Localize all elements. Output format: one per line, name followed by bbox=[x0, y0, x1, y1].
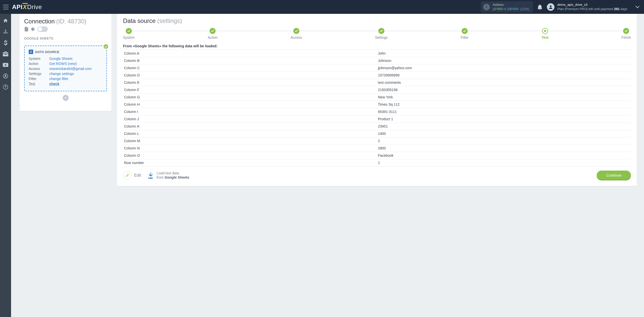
ds-row-key: Test bbox=[29, 82, 47, 86]
cell-key: Column J bbox=[123, 115, 377, 123]
step-system[interactable]: System bbox=[123, 28, 135, 39]
cell-key: Column D bbox=[123, 72, 377, 79]
svg-point-4 bbox=[7, 32, 8, 33]
cell-key: Column A bbox=[123, 50, 377, 57]
step-label: Test bbox=[542, 35, 549, 39]
cell-value: Johnson bbox=[377, 57, 631, 64]
step-test[interactable]: Test bbox=[542, 28, 549, 39]
cell-key: Column L bbox=[123, 130, 377, 137]
logo[interactable]: API X Drive bbox=[12, 4, 42, 11]
card-number: 1 bbox=[29, 50, 33, 54]
cell-key: Column K bbox=[123, 123, 377, 130]
connection-source-label: GOOGLE SHEETS bbox=[24, 36, 107, 42]
pencil-icon bbox=[123, 171, 132, 180]
table-row: Row number1 bbox=[123, 159, 631, 167]
svg-point-0 bbox=[550, 5, 551, 7]
step-access[interactable]: Access bbox=[291, 28, 302, 39]
rail-toolbox[interactable] bbox=[0, 49, 11, 59]
menu-toggle[interactable] bbox=[3, 5, 9, 9]
table-row: Column GNew York bbox=[123, 94, 631, 101]
rail-connections[interactable] bbox=[0, 26, 11, 37]
table-row: Column L1400 bbox=[123, 130, 631, 137]
ds-row-link[interactable]: Google Sheets bbox=[49, 57, 73, 61]
ds-row: Settingschange settings bbox=[29, 72, 102, 76]
add-step-button[interactable]: + bbox=[63, 95, 69, 101]
check-icon bbox=[103, 44, 109, 49]
rail-account[interactable] bbox=[0, 71, 11, 81]
cell-value: Times Sq 112 bbox=[377, 101, 631, 108]
table-row: Column JProduct 1 bbox=[123, 115, 631, 123]
cell-value: test comments bbox=[377, 79, 631, 86]
ds-row: ActionGet ROWS (new) bbox=[29, 62, 102, 66]
ds-row: Testcheck bbox=[29, 82, 102, 86]
user-name: demo_apix_drive_s3 bbox=[557, 3, 627, 7]
edit-button[interactable]: Edit bbox=[123, 171, 141, 180]
step-action[interactable]: Action bbox=[208, 28, 218, 39]
step-label: Access bbox=[291, 35, 302, 39]
svg-rect-12 bbox=[25, 30, 27, 31]
chevron-down-icon[interactable] bbox=[635, 6, 639, 8]
table-row: Column BJohnson bbox=[123, 57, 631, 64]
ds-row: Filterchange filter bbox=[29, 77, 102, 81]
connection-title: Connection (ID: 48730) bbox=[24, 18, 107, 32]
user-menu[interactable]: demo_apix_drive_s3 Plan |Premium PRO| le… bbox=[547, 3, 627, 11]
card-title: DATA SOURCE bbox=[35, 50, 59, 54]
ds-row-link[interactable]: change filter bbox=[49, 77, 68, 81]
data-source-card[interactable]: 1 DATA SOURCE SystemGoogle SheetsActionG… bbox=[24, 46, 107, 91]
page-title: Data source (settings) bbox=[123, 17, 631, 24]
ds-row-link[interactable]: change settings bbox=[49, 72, 74, 76]
table-row: Column K23451 bbox=[123, 123, 631, 130]
actions-text: Actions: 22'059 of 100'000 (22%) bbox=[493, 3, 529, 11]
svg-point-7 bbox=[5, 75, 6, 76]
table-row: Column Cjjohnson@yahoo.com bbox=[123, 64, 631, 72]
nav-rail bbox=[0, 14, 11, 317]
cell-value: 2 bbox=[377, 137, 631, 145]
rail-home[interactable] bbox=[0, 15, 11, 26]
ds-row-key: Action bbox=[29, 62, 47, 66]
svg-point-3 bbox=[5, 32, 6, 33]
user-plan: Plan |Premium PRO| left until payment 26… bbox=[557, 7, 627, 11]
step-finish[interactable]: Finish bbox=[622, 28, 631, 39]
cell-key: Column E bbox=[123, 79, 377, 86]
ds-row-key: Settings bbox=[29, 72, 47, 76]
cell-key: Column G bbox=[123, 94, 377, 101]
step-settings[interactable]: Settings bbox=[375, 28, 388, 39]
load-test-button[interactable]: Load test data from Google Sheets bbox=[147, 171, 189, 180]
ds-row-key: Filter bbox=[29, 77, 47, 81]
cell-key: Column C bbox=[123, 64, 377, 72]
note-icon[interactable] bbox=[25, 27, 29, 31]
ds-row-link[interactable]: Get ROWS (new) bbox=[49, 62, 77, 66]
table-row: Column Etest comments bbox=[123, 79, 631, 86]
table-row: Column I65391-3111 bbox=[123, 108, 631, 115]
enable-toggle[interactable] bbox=[37, 26, 48, 32]
gear-icon[interactable] bbox=[30, 27, 35, 31]
step-filter[interactable]: Filter bbox=[461, 28, 468, 39]
table-row: Column D15739999999 bbox=[123, 72, 631, 79]
connection-id: (ID: 48730) bbox=[56, 18, 86, 25]
table-row: Column F2150355158 bbox=[123, 86, 631, 94]
info-icon: i bbox=[483, 4, 490, 10]
cell-value: 65391-3111 bbox=[377, 108, 631, 115]
logo-accent: X bbox=[23, 4, 27, 11]
ds-row-link[interactable]: maverickandrii@gmail.com bbox=[49, 67, 92, 71]
cell-key: Column I bbox=[123, 108, 377, 115]
logo-text-api: API bbox=[12, 4, 23, 11]
actions-label: Actions: bbox=[493, 3, 529, 7]
data-table: Column AJohnColumn BJohnsonColumn Cjjohn… bbox=[123, 50, 631, 167]
table-row: Column HTimes Sq 112 bbox=[123, 101, 631, 108]
svg-point-9 bbox=[5, 88, 6, 89]
svg-point-15 bbox=[149, 178, 149, 178]
rail-video[interactable] bbox=[0, 60, 11, 70]
download-icon bbox=[147, 172, 154, 179]
rail-billing[interactable] bbox=[0, 37, 11, 48]
ds-row-link[interactable]: check bbox=[49, 82, 59, 86]
svg-point-1 bbox=[5, 30, 6, 31]
step-label: Action bbox=[208, 35, 218, 39]
step-label: Finish bbox=[622, 35, 631, 39]
actions-counter[interactable]: i Actions: 22'059 of 100'000 (22%) bbox=[481, 1, 533, 13]
edit-label: Edit bbox=[134, 173, 141, 178]
rail-help[interactable] bbox=[0, 82, 11, 92]
continue-button[interactable]: Continue bbox=[597, 171, 631, 180]
svg-point-16 bbox=[149, 178, 150, 178]
bell-icon[interactable] bbox=[537, 4, 542, 10]
